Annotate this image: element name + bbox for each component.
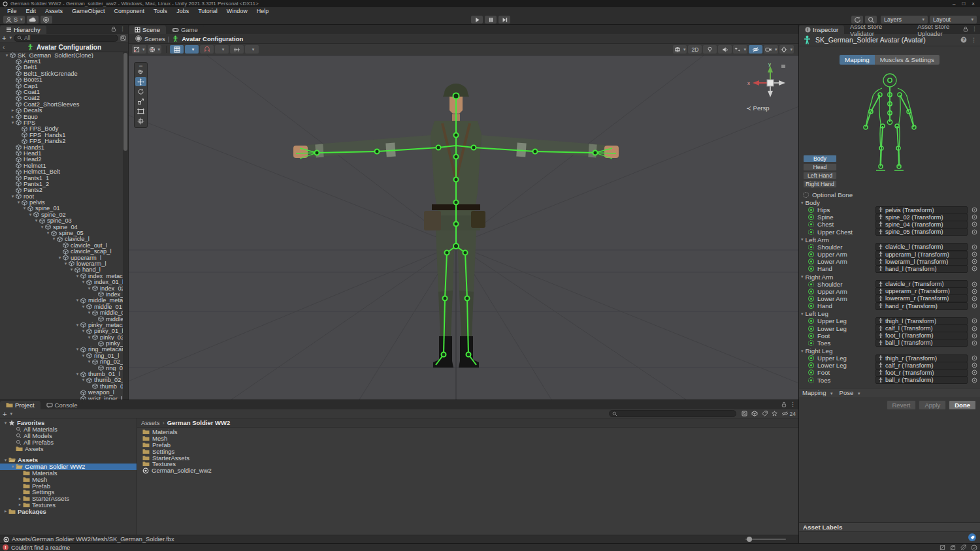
grid-snap-toggle[interactable] xyxy=(170,45,184,54)
hierarchy-item-pinky-03-l[interactable]: pinky_03_l xyxy=(0,340,128,346)
tree-open-arrow-icon[interactable]: ▾ xyxy=(69,267,74,272)
menu-tutorial[interactable]: Tutorial xyxy=(193,8,222,14)
hierarchy-item-ring-03-l[interactable]: ring_03_l xyxy=(0,365,128,371)
bone-object-field[interactable]: ball_r (Transform) xyxy=(875,376,968,384)
hierarchy-item-clavicle-out-l[interactable]: clavicle_out_l xyxy=(0,242,128,248)
2d-toggle[interactable]: 2D xyxy=(688,45,702,54)
bone-object-field[interactable]: spine_02 (Transform) xyxy=(875,213,968,221)
project-tree-prefab[interactable]: Prefab xyxy=(0,482,137,489)
search-by-label-icon[interactable] xyxy=(762,411,768,417)
asset-item-textures[interactable]: Textures xyxy=(137,461,798,467)
object-picker-icon[interactable] xyxy=(971,228,977,235)
part-button-body[interactable]: Body xyxy=(803,155,837,163)
asset-item-mesh[interactable]: Mesh xyxy=(137,435,798,442)
hierarchy-item-belt1-stickgrenade[interactable]: Belt1_StickGrenade xyxy=(0,71,128,76)
tree-open-arrow-icon[interactable]: ▾ xyxy=(10,464,16,469)
tree-open-arrow-icon[interactable]: ▾ xyxy=(74,274,80,279)
hierarchy-item-equp[interactable]: ▸Equp xyxy=(0,114,128,119)
hand-tool-button[interactable] xyxy=(135,67,146,76)
lock-icon[interactable] xyxy=(963,26,968,32)
asset-item-prefab[interactable]: Prefab xyxy=(137,442,798,449)
project-tree-starterassets[interactable]: ▸StarterAssets xyxy=(0,496,137,502)
tree-open-arrow-icon[interactable]: ▾ xyxy=(74,371,80,377)
tree-open-arrow-icon[interactable]: ▾ xyxy=(80,353,86,358)
asset-item-german-soldier-ww2[interactable]: German_soldier_ww2 xyxy=(137,467,798,474)
scene-orientation-gizmo[interactable]: y x ≺ Persp xyxy=(745,61,787,112)
tree-open-arrow-icon[interactable]: ▾ xyxy=(39,225,45,230)
hierarchy-item-pinky-metacarpal-l[interactable]: ▾pinky_metacarpal_l xyxy=(0,322,128,328)
tree-open-arrow-icon[interactable]: ▾ xyxy=(3,458,8,463)
bone-object-field[interactable]: hand_l (Transform) xyxy=(875,265,968,273)
part-button-left-hand[interactable]: Left Hand xyxy=(803,172,837,180)
step-button[interactable] xyxy=(498,16,510,24)
breadcrumb-current[interactable]: German Soldier WW2 xyxy=(167,419,231,426)
camera-dropdown[interactable]: ▾ xyxy=(764,45,779,54)
bone-object-field[interactable]: foot_l (Transform) xyxy=(875,332,968,339)
rect-tool-button[interactable] xyxy=(135,106,146,116)
hierarchy-item-coat2-shortsleeves[interactable]: Coat2_ShortSleeves xyxy=(0,101,128,107)
gizmos-dropdown[interactable]: ▾ xyxy=(779,45,794,54)
hierarchy-item-fps-body[interactable]: FPS_Body xyxy=(0,126,128,132)
maximize-button[interactable]: □ xyxy=(962,1,965,7)
bone-object-field[interactable]: thigh_l (Transform) xyxy=(875,317,968,325)
bone-object-field[interactable]: hand_r (Transform) xyxy=(875,302,968,310)
hierarchy-item-middle-03-l[interactable]: middle_03_l xyxy=(0,316,128,322)
hierarchy-item-index-02-l[interactable]: ▾index_02_l xyxy=(0,285,128,291)
bone-object-field[interactable]: upperarm_l (Transform) xyxy=(875,251,968,259)
hierarchy-item-pinky-02-l[interactable]: ▾pinky_02_l xyxy=(0,334,128,340)
lighting-toggle[interactable] xyxy=(703,45,717,54)
menu-gameobject[interactable]: GameObject xyxy=(67,8,110,14)
menu-tools[interactable]: Tools xyxy=(149,8,172,14)
object-picker-icon[interactable] xyxy=(971,266,977,272)
hierarchy-item-helmet1[interactable]: Helmet1 xyxy=(0,163,128,168)
project-tree-german-soldier-ww2[interactable]: ▾German Soldier WW2 xyxy=(0,464,137,470)
mapping-dropdown[interactable]: Mapping ▾ xyxy=(802,389,833,396)
scenes-crumb[interactable]: Scenes xyxy=(144,35,165,42)
help-icon[interactable]: ? xyxy=(960,37,967,43)
tree-open-arrow-icon[interactable]: ▾ xyxy=(80,279,86,285)
menu-edit[interactable]: Edit xyxy=(22,8,41,14)
object-picker-icon[interactable] xyxy=(971,370,977,376)
search-window-icon[interactable] xyxy=(120,35,126,41)
hierarchy-item-upperarm-l[interactable]: ▾upperarm_l xyxy=(0,255,128,260)
tab-console[interactable]: Console xyxy=(41,401,84,409)
object-picker-icon[interactable] xyxy=(971,251,977,258)
hierarchy-item-coat1[interactable]: Coat1 xyxy=(0,89,128,95)
part-button-right-hand[interactable]: Right Hand xyxy=(803,180,837,188)
tree-open-arrow-icon[interactable]: ▾ xyxy=(86,335,92,340)
favorites-root[interactable]: ▾Favorites xyxy=(0,420,137,426)
bone-object-field[interactable]: clavicle_r (Transform) xyxy=(875,280,968,288)
tree-closed-arrow-icon[interactable]: ▸ xyxy=(10,114,16,119)
minimize-button[interactable]: – xyxy=(953,1,955,7)
shading-mode-dropdown[interactable]: ▾ xyxy=(673,45,687,54)
project-tree-mesh[interactable]: Mesh xyxy=(0,476,137,482)
bone-object-field[interactable]: ball_l (Transform) xyxy=(875,339,968,347)
object-picker-icon[interactable] xyxy=(971,214,977,221)
search-button[interactable] xyxy=(865,16,877,24)
tree-open-arrow-icon[interactable]: ▾ xyxy=(86,359,92,364)
object-picker-icon[interactable] xyxy=(971,207,977,213)
tree-open-arrow-icon[interactable]: ▾ xyxy=(80,377,86,383)
hierarchy-item-ring-01-l[interactable]: ▾ring_01_l xyxy=(0,353,128,358)
tree-open-arrow-icon[interactable]: ▾ xyxy=(3,420,8,426)
hidden-packages-toggle[interactable]: 24 xyxy=(781,411,796,417)
bone-object-field[interactable]: foot_r (Transform) xyxy=(875,369,968,377)
hierarchy-item-sk-german-soldier-clone[interactable]: ▾SK_German_Soldier(Clone) xyxy=(0,52,128,58)
scene-visibility-toggle[interactable] xyxy=(749,45,762,54)
hierarchy-item-lowerarm-l[interactable]: ▾lowerarm_l xyxy=(0,260,128,266)
kebab-menu-icon[interactable]: ⋮ xyxy=(972,26,977,32)
status-message[interactable]: Couldn't find a readme xyxy=(11,544,70,551)
hierarchy-item-decals[interactable]: ▸Decals xyxy=(0,108,128,114)
layers-dropdown[interactable]: Layers ▾ xyxy=(881,16,928,24)
hierarchy-item-root[interactable]: ▾root xyxy=(0,193,128,199)
menu-window[interactable]: Window xyxy=(222,8,252,14)
section-header-right-arm[interactable]: ▾Right Arm xyxy=(799,274,980,281)
tree-open-arrow-icon[interactable]: ▾ xyxy=(33,218,39,223)
search-window-icon[interactable] xyxy=(742,411,747,417)
snap-settings-button[interactable] xyxy=(230,45,244,54)
asset-labels-header[interactable]: Asset Labels xyxy=(799,522,980,532)
transform-tool-button[interactable] xyxy=(135,116,146,125)
services-button[interactable] xyxy=(41,16,52,24)
hierarchy-item-fps-hands2[interactable]: FPS_Hands2 xyxy=(0,138,128,144)
no-label-icon[interactable] xyxy=(960,544,966,550)
